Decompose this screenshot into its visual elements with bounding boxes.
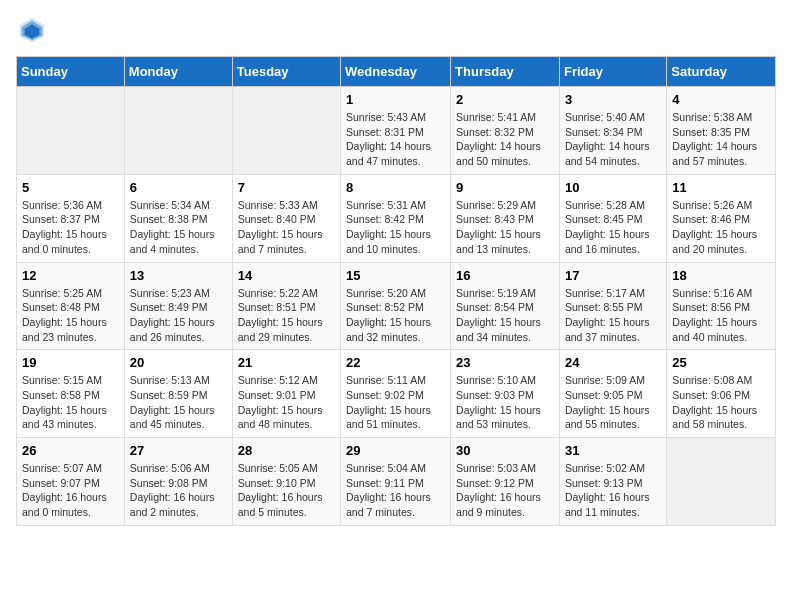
day-info: Sunrise: 5:13 AM Sunset: 8:59 PM Dayligh… (130, 373, 227, 432)
day-number: 11 (672, 180, 770, 195)
calendar-week-row: 12Sunrise: 5:25 AM Sunset: 8:48 PM Dayli… (17, 262, 776, 350)
calendar-week-row: 1Sunrise: 5:43 AM Sunset: 8:31 PM Daylig… (17, 87, 776, 175)
calendar-cell: 10Sunrise: 5:28 AM Sunset: 8:45 PM Dayli… (559, 174, 666, 262)
calendar-header-row: SundayMondayTuesdayWednesdayThursdayFrid… (17, 57, 776, 87)
day-number: 20 (130, 355, 227, 370)
calendar-cell: 21Sunrise: 5:12 AM Sunset: 9:01 PM Dayli… (232, 350, 340, 438)
calendar-cell: 30Sunrise: 5:03 AM Sunset: 9:12 PM Dayli… (451, 438, 560, 526)
day-number: 19 (22, 355, 119, 370)
day-number: 16 (456, 268, 554, 283)
day-info: Sunrise: 5:31 AM Sunset: 8:42 PM Dayligh… (346, 198, 445, 257)
calendar-cell: 29Sunrise: 5:04 AM Sunset: 9:11 PM Dayli… (341, 438, 451, 526)
calendar-cell: 7Sunrise: 5:33 AM Sunset: 8:40 PM Daylig… (232, 174, 340, 262)
weekday-header: Saturday (667, 57, 776, 87)
day-number: 6 (130, 180, 227, 195)
calendar-cell: 8Sunrise: 5:31 AM Sunset: 8:42 PM Daylig… (341, 174, 451, 262)
day-info: Sunrise: 5:16 AM Sunset: 8:56 PM Dayligh… (672, 286, 770, 345)
day-info: Sunrise: 5:12 AM Sunset: 9:01 PM Dayligh… (238, 373, 335, 432)
calendar-cell: 20Sunrise: 5:13 AM Sunset: 8:59 PM Dayli… (124, 350, 232, 438)
calendar-week-row: 5Sunrise: 5:36 AM Sunset: 8:37 PM Daylig… (17, 174, 776, 262)
calendar-cell (667, 438, 776, 526)
calendar-cell: 22Sunrise: 5:11 AM Sunset: 9:02 PM Dayli… (341, 350, 451, 438)
day-info: Sunrise: 5:07 AM Sunset: 9:07 PM Dayligh… (22, 461, 119, 520)
day-number: 26 (22, 443, 119, 458)
calendar-cell (232, 87, 340, 175)
day-number: 22 (346, 355, 445, 370)
day-number: 24 (565, 355, 661, 370)
calendar-cell: 9Sunrise: 5:29 AM Sunset: 8:43 PM Daylig… (451, 174, 560, 262)
weekday-header: Tuesday (232, 57, 340, 87)
calendar-cell: 16Sunrise: 5:19 AM Sunset: 8:54 PM Dayli… (451, 262, 560, 350)
day-info: Sunrise: 5:36 AM Sunset: 8:37 PM Dayligh… (22, 198, 119, 257)
calendar-cell: 12Sunrise: 5:25 AM Sunset: 8:48 PM Dayli… (17, 262, 125, 350)
day-info: Sunrise: 5:19 AM Sunset: 8:54 PM Dayligh… (456, 286, 554, 345)
day-info: Sunrise: 5:06 AM Sunset: 9:08 PM Dayligh… (130, 461, 227, 520)
day-info: Sunrise: 5:40 AM Sunset: 8:34 PM Dayligh… (565, 110, 661, 169)
calendar-cell: 2Sunrise: 5:41 AM Sunset: 8:32 PM Daylig… (451, 87, 560, 175)
day-number: 2 (456, 92, 554, 107)
day-number: 13 (130, 268, 227, 283)
day-info: Sunrise: 5:38 AM Sunset: 8:35 PM Dayligh… (672, 110, 770, 169)
day-info: Sunrise: 5:28 AM Sunset: 8:45 PM Dayligh… (565, 198, 661, 257)
day-number: 21 (238, 355, 335, 370)
day-info: Sunrise: 5:25 AM Sunset: 8:48 PM Dayligh… (22, 286, 119, 345)
day-info: Sunrise: 5:41 AM Sunset: 8:32 PM Dayligh… (456, 110, 554, 169)
page-header (16, 16, 776, 44)
day-number: 31 (565, 443, 661, 458)
day-info: Sunrise: 5:09 AM Sunset: 9:05 PM Dayligh… (565, 373, 661, 432)
calendar-cell: 26Sunrise: 5:07 AM Sunset: 9:07 PM Dayli… (17, 438, 125, 526)
day-info: Sunrise: 5:02 AM Sunset: 9:13 PM Dayligh… (565, 461, 661, 520)
weekday-header: Wednesday (341, 57, 451, 87)
logo (16, 16, 46, 44)
calendar-cell: 17Sunrise: 5:17 AM Sunset: 8:55 PM Dayli… (559, 262, 666, 350)
calendar-cell: 23Sunrise: 5:10 AM Sunset: 9:03 PM Dayli… (451, 350, 560, 438)
calendar-cell: 19Sunrise: 5:15 AM Sunset: 8:58 PM Dayli… (17, 350, 125, 438)
day-number: 12 (22, 268, 119, 283)
day-number: 3 (565, 92, 661, 107)
day-info: Sunrise: 5:23 AM Sunset: 8:49 PM Dayligh… (130, 286, 227, 345)
day-number: 9 (456, 180, 554, 195)
day-number: 23 (456, 355, 554, 370)
calendar-cell: 1Sunrise: 5:43 AM Sunset: 8:31 PM Daylig… (341, 87, 451, 175)
logo-icon (18, 16, 46, 44)
weekday-header: Sunday (17, 57, 125, 87)
day-info: Sunrise: 5:10 AM Sunset: 9:03 PM Dayligh… (456, 373, 554, 432)
calendar-cell: 28Sunrise: 5:05 AM Sunset: 9:10 PM Dayli… (232, 438, 340, 526)
calendar-week-row: 26Sunrise: 5:07 AM Sunset: 9:07 PM Dayli… (17, 438, 776, 526)
calendar-table: SundayMondayTuesdayWednesdayThursdayFrid… (16, 56, 776, 526)
day-number: 10 (565, 180, 661, 195)
calendar-cell: 5Sunrise: 5:36 AM Sunset: 8:37 PM Daylig… (17, 174, 125, 262)
day-number: 17 (565, 268, 661, 283)
day-number: 28 (238, 443, 335, 458)
day-number: 1 (346, 92, 445, 107)
calendar-cell: 25Sunrise: 5:08 AM Sunset: 9:06 PM Dayli… (667, 350, 776, 438)
day-info: Sunrise: 5:33 AM Sunset: 8:40 PM Dayligh… (238, 198, 335, 257)
day-info: Sunrise: 5:22 AM Sunset: 8:51 PM Dayligh… (238, 286, 335, 345)
day-info: Sunrise: 5:29 AM Sunset: 8:43 PM Dayligh… (456, 198, 554, 257)
day-info: Sunrise: 5:03 AM Sunset: 9:12 PM Dayligh… (456, 461, 554, 520)
day-number: 14 (238, 268, 335, 283)
day-number: 25 (672, 355, 770, 370)
day-number: 4 (672, 92, 770, 107)
calendar-cell: 15Sunrise: 5:20 AM Sunset: 8:52 PM Dayli… (341, 262, 451, 350)
day-info: Sunrise: 5:17 AM Sunset: 8:55 PM Dayligh… (565, 286, 661, 345)
calendar-week-row: 19Sunrise: 5:15 AM Sunset: 8:58 PM Dayli… (17, 350, 776, 438)
calendar-cell: 18Sunrise: 5:16 AM Sunset: 8:56 PM Dayli… (667, 262, 776, 350)
calendar-cell: 14Sunrise: 5:22 AM Sunset: 8:51 PM Dayli… (232, 262, 340, 350)
day-info: Sunrise: 5:08 AM Sunset: 9:06 PM Dayligh… (672, 373, 770, 432)
calendar-cell: 3Sunrise: 5:40 AM Sunset: 8:34 PM Daylig… (559, 87, 666, 175)
calendar-cell: 13Sunrise: 5:23 AM Sunset: 8:49 PM Dayli… (124, 262, 232, 350)
day-info: Sunrise: 5:15 AM Sunset: 8:58 PM Dayligh… (22, 373, 119, 432)
day-number: 7 (238, 180, 335, 195)
calendar-cell: 24Sunrise: 5:09 AM Sunset: 9:05 PM Dayli… (559, 350, 666, 438)
weekday-header: Monday (124, 57, 232, 87)
day-info: Sunrise: 5:05 AM Sunset: 9:10 PM Dayligh… (238, 461, 335, 520)
day-number: 30 (456, 443, 554, 458)
day-info: Sunrise: 5:11 AM Sunset: 9:02 PM Dayligh… (346, 373, 445, 432)
day-info: Sunrise: 5:26 AM Sunset: 8:46 PM Dayligh… (672, 198, 770, 257)
calendar-cell (124, 87, 232, 175)
calendar-cell: 6Sunrise: 5:34 AM Sunset: 8:38 PM Daylig… (124, 174, 232, 262)
weekday-header: Thursday (451, 57, 560, 87)
weekday-header: Friday (559, 57, 666, 87)
calendar-cell (17, 87, 125, 175)
